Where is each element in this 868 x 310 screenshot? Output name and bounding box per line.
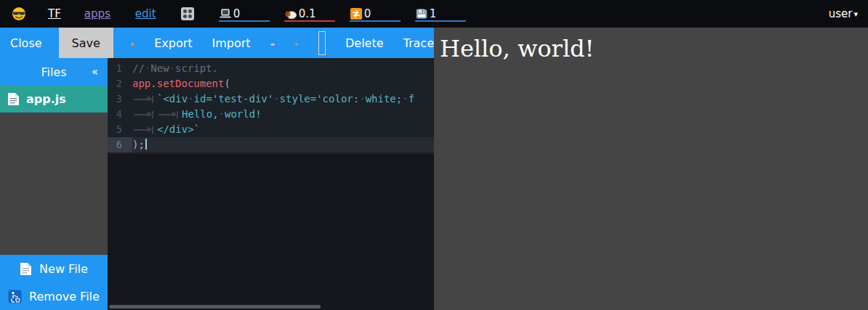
horizontal-scrollbar[interactable] [109,305,321,309]
code-line[interactable]: 5</div>` [108,122,434,137]
files-title: Files [41,65,66,79]
files-header: Files « [0,58,108,86]
sunglasses-emoji-icon[interactable] [12,7,26,21]
line-number: 6 [108,137,132,152]
code-editor[interactable]: 1//·New·script.2app.setDocument(3`<div·i… [108,58,434,310]
stat-value: 0.1 [299,7,316,20]
line-number: 1 [108,61,132,76]
status-fields: 0 0.1 0 [219,6,466,22]
code-line[interactable]: 4Hello,·world! [108,107,434,122]
stat-field-hamster[interactable]: 0.1 [284,6,335,22]
line-number: 2 [108,76,132,91]
remove-file-icon [8,290,22,303]
tab-indent-marker [157,109,182,119]
editor-toolbar: Close Save Export Import [0,28,434,58]
document-preview-panel: Hello, world! [434,28,868,310]
export-button[interactable]: Export [154,36,192,50]
new-file-label: New File [39,262,88,276]
preview-hello-text: Hello, world! [434,28,868,62]
blank-button[interactable] [318,31,326,55]
package-icon[interactable] [130,36,134,50]
tab-indent-marker [132,109,157,119]
close-button[interactable]: Close [10,36,42,50]
sparkles-icon[interactable] [294,36,299,50]
user-menu-label: user [829,7,853,20]
chevron-down-icon: ▾ [853,9,858,19]
user-menu[interactable]: user ▾ [829,7,858,20]
collapse-sidebar-button[interactable]: « [92,65,98,78]
code-line[interactable]: 1//·New·script. [108,61,434,76]
control-knobs-icon[interactable] [181,7,194,20]
remove-file-button[interactable]: Remove File [0,282,108,310]
line-number: 5 [108,122,132,137]
line-number: 4 [108,107,132,122]
floppy-icon [415,7,428,20]
code-line[interactable]: 6); [108,137,434,152]
file-item-appjs[interactable]: app.js [0,86,108,113]
files-sidebar: Files « app.js [0,58,108,310]
stat-value: 0 [364,7,371,20]
stat-value: 0 [233,7,241,20]
tab-indent-marker [132,94,157,104]
nav-link-edit[interactable]: edit [135,7,156,20]
code-line[interactable]: 2app.setDocument( [108,76,434,91]
trace-button[interactable]: Trace [403,36,434,50]
tab-indent-marker [132,124,157,134]
top-bar: TF apps edit 0 0.1 [0,0,868,28]
new-file-icon [20,262,32,276]
new-file-button[interactable]: New File [0,255,108,282]
stat-value: 1 [430,7,437,20]
laptop-icon [219,7,232,20]
stat-field-loops[interactable]: 0 [350,6,401,22]
code-lines: 1//·New·script.2app.setDocument(3`<div·i… [108,58,434,154]
text-cursor [145,139,147,150]
save-button[interactable]: Save [59,28,113,58]
code-line[interactable]: 3`<div·id='test-div'·style='color:·white… [108,91,434,107]
remove-file-label: Remove File [29,290,100,303]
stat-field-saves[interactable]: 1 [415,6,466,22]
soap-icon[interactable] [270,36,275,50]
stat-field-clients[interactable]: 0 [219,6,270,22]
sidebar-empty-area [0,113,108,255]
line-number: 3 [108,91,132,107]
brand-link-tf[interactable]: TF [48,7,61,20]
nav-link-apps[interactable]: apps [84,7,110,20]
repeat-icon [350,7,363,20]
delete-button[interactable]: Delete [345,36,384,50]
import-button[interactable]: Import [212,36,251,50]
file-icon [7,92,20,106]
hamster-icon [284,7,297,20]
file-name: app.js [26,92,66,106]
